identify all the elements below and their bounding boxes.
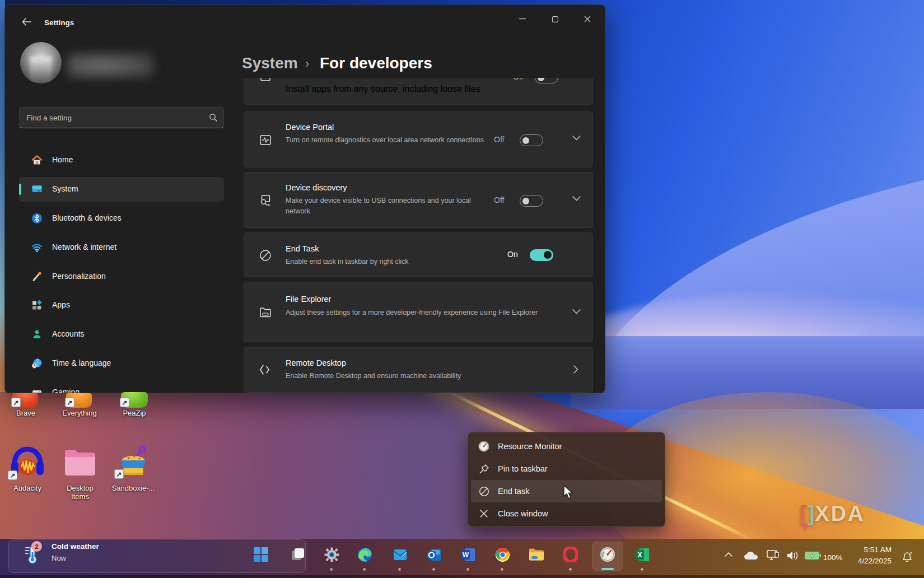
sidebar-item-system[interactable]: System — [19, 177, 224, 202]
tray-chevron-up-icon[interactable] — [725, 552, 732, 557]
setting-row-end-task[interactable]: End Task Enable end task in taskbar by r… — [244, 232, 593, 277]
sidebar-item-apps[interactable]: Apps — [19, 293, 224, 318]
weather-subtext: Now — [52, 554, 66, 562]
weather-headline[interactable]: Cold weather — [52, 542, 99, 551]
toggle-end-task[interactable] — [530, 249, 553, 261]
taskbar-file-explorer-icon[interactable] — [529, 547, 544, 562]
apps-icon — [31, 300, 43, 311]
maximize-button[interactable] — [543, 11, 567, 27]
notification-bell-icon[interactable]: z — [900, 550, 914, 563]
running-indicator — [363, 568, 366, 571]
svg-text:z: z — [910, 551, 912, 556]
desktop-icon-label[interactable]: Sandboxie-... — [108, 484, 159, 492]
desktop-icon-label[interactable]: Brave — [4, 409, 47, 417]
window-title: Settings — [44, 18, 74, 27]
breadcrumb-separator: › — [305, 57, 309, 71]
menu-item-resource-monitor[interactable]: Resource Monitor — [471, 435, 662, 458]
active-running-indicator — [601, 568, 614, 570]
taskbar-outlook-icon[interactable] — [426, 547, 442, 562]
close-button[interactable] — [575, 11, 600, 27]
end-task-icon — [478, 486, 489, 497]
shortcut-arrow-icon: ↗ — [120, 398, 129, 407]
desktop-icon-label[interactable]: Audacity — [3, 484, 52, 492]
taskbar-resource-monitor-icon[interactable] — [600, 547, 615, 562]
running-indicator — [398, 568, 401, 571]
sidebar-item-bluetooth[interactable]: Bluetooth & devices — [19, 206, 224, 231]
desktop-screen: Settings Home — [0, 0, 924, 578]
running-indicator — [432, 568, 435, 571]
running-indicator — [330, 568, 333, 571]
paintbrush-icon — [31, 271, 43, 282]
search-input[interactable] — [26, 108, 206, 128]
menu-item-pin-to-taskbar[interactable]: Pin to taskbar — [471, 458, 662, 480]
watermark-left-bracket: [ — [800, 502, 808, 525]
toggle-install-apps[interactable] — [535, 78, 558, 83]
sidebar-item-network[interactable]: Network & internet — [19, 235, 224, 260]
end-task-icon — [259, 249, 272, 262]
desktop-icon-label[interactable]: Desktop Items — [58, 484, 102, 501]
taskbar-word-icon[interactable]: W — [460, 547, 476, 562]
taskbar-outlook-classic-icon[interactable] — [392, 547, 408, 562]
taskbar-edge-icon[interactable] — [357, 547, 372, 562]
shortcut-arrow-icon: ↗ — [114, 469, 124, 479]
back-button[interactable] — [17, 14, 35, 30]
home-icon — [31, 155, 43, 166]
watermark-tail — [804, 525, 810, 532]
settings-window: Settings Home — [4, 4, 605, 393]
setting-row-file-explorer[interactable]: File Explorer Adjust these settings for … — [244, 282, 593, 342]
shortcut-arrow-icon: ↗ — [11, 398, 21, 407]
desktop-icon-label[interactable]: Everything — [54, 409, 105, 417]
selected-accent-pill — [19, 184, 21, 195]
minimize-button[interactable] — [510, 11, 535, 27]
taskbar-opera-icon[interactable] — [563, 547, 578, 562]
remote-desktop-icon — [259, 363, 272, 376]
search-box[interactable] — [19, 107, 224, 128]
setting-row-device-portal[interactable]: Device Portal Turn on remote diagnostics… — [244, 111, 593, 167]
user-icon — [31, 329, 43, 340]
start-button[interactable] — [253, 547, 269, 562]
taskbar-context-menu: Resource Monitor Pin to taskbar End task… — [468, 432, 665, 527]
onedrive-icon[interactable] — [744, 551, 758, 560]
pin-icon — [478, 463, 489, 474]
taskbar-excel-icon[interactable]: X — [634, 547, 650, 562]
toggle-device-discovery[interactable] — [520, 195, 543, 207]
desktop-items-folder-icon[interactable] — [63, 447, 97, 478]
user-avatar[interactable] — [20, 42, 62, 83]
sidebar-item-time-language[interactable]: Time & language — [19, 351, 224, 376]
globe-clock-icon — [31, 358, 43, 369]
volume-icon[interactable] — [786, 550, 800, 561]
desktop-icon-label[interactable]: PeaZip — [112, 409, 157, 417]
xda-watermark: []XDA — [800, 502, 865, 526]
tray-device-icon[interactable] — [766, 549, 780, 562]
svg-text:W: W — [462, 551, 469, 559]
running-indicator — [569, 568, 572, 571]
taskbar-bottom-strip — [0, 575, 924, 578]
running-indicator — [641, 568, 643, 571]
sidebar-item-gaming[interactable]: Gaming — [19, 380, 224, 393]
sidebar-item-home[interactable]: Home — [19, 148, 224, 173]
device-portal-icon — [259, 133, 272, 147]
weather-badge: 2 — [31, 541, 42, 552]
mouse-cursor — [563, 485, 575, 500]
sidebar-item-personalization[interactable]: Personalization — [19, 264, 224, 289]
close-icon — [478, 508, 489, 519]
setting-row-install-apps[interactable]: Install apps from any source, including … — [244, 78, 593, 105]
setting-row-remote-desktop[interactable]: Remote Desktop Enable Remote Desktop and… — [244, 347, 593, 393]
folder-icon — [259, 306, 272, 319]
setting-row-device-discovery[interactable]: Device discovery Make your device visibl… — [244, 172, 593, 228]
user-name-blurred — [68, 53, 153, 78]
running-indicator — [466, 568, 469, 571]
battery-icon[interactable] — [804, 551, 821, 560]
sidebar-item-accounts[interactable]: Accounts — [19, 322, 224, 347]
menu-item-close-window[interactable]: Close window — [471, 502, 662, 525]
bluetooth-icon — [31, 213, 43, 224]
breadcrumb-system[interactable]: System — [242, 54, 298, 72]
toggle-device-portal[interactable] — [520, 134, 543, 146]
taskbar-settings-icon[interactable] — [324, 547, 339, 562]
running-indicator — [501, 568, 503, 571]
task-view-button[interactable] — [290, 547, 306, 562]
svg-text:X: X — [637, 551, 642, 559]
clock-date: 4/22/2025 — [840, 556, 892, 567]
taskbar-clock[interactable]: 5:51 AM 4/22/2025 — [840, 544, 892, 566]
taskbar-chrome-icon[interactable] — [494, 547, 510, 562]
